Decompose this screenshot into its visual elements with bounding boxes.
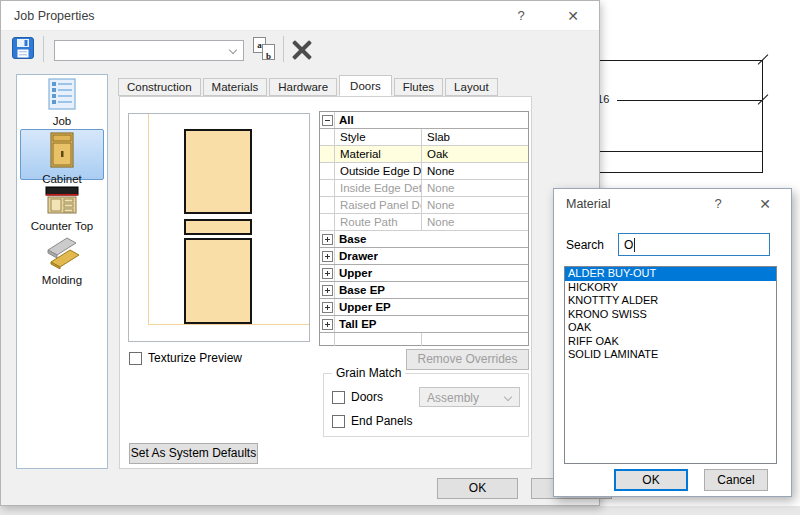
save-icon bbox=[11, 46, 35, 63]
group-row-upper-ep[interactable]: Upper EP bbox=[320, 299, 528, 316]
tab-doors[interactable]: Doors bbox=[339, 75, 392, 96]
material-list-item[interactable]: KRONO SWISS bbox=[565, 308, 776, 322]
grid-filler-row bbox=[320, 333, 528, 346]
dimension-line bbox=[617, 100, 763, 101]
texturize-preview-checkbox-row[interactable]: Texturize Preview bbox=[129, 351, 242, 365]
doors-checkbox[interactable] bbox=[332, 391, 345, 404]
material-list: ALDER BUY-OUT HICKORY KNOTTTY ALDER KRON… bbox=[564, 266, 777, 464]
sidebar-item-label: Cabinet bbox=[21, 173, 103, 185]
texturize-checkbox[interactable] bbox=[129, 352, 142, 365]
counter-top-icon bbox=[44, 201, 80, 218]
sidebar-item-cabinet[interactable]: Cabinet bbox=[20, 129, 104, 180]
toolbar: a b bbox=[1, 32, 599, 68]
material-list-item[interactable]: RIFF OAK bbox=[565, 335, 776, 349]
molding-icon bbox=[43, 255, 81, 272]
property-row-style[interactable]: Style Slab bbox=[320, 129, 528, 146]
delete-icon bbox=[290, 39, 314, 61]
group-row-base-ep[interactable]: Base EP bbox=[320, 282, 528, 299]
end-panels-checkbox[interactable] bbox=[332, 415, 345, 428]
job-icon bbox=[45, 96, 79, 113]
collapse-icon[interactable] bbox=[322, 115, 333, 126]
dimension-line bbox=[600, 60, 763, 61]
end-panels-checkbox-row[interactable]: End Panels bbox=[332, 414, 412, 428]
tab-hardware[interactable]: Hardware bbox=[269, 78, 337, 96]
preset-combo[interactable] bbox=[54, 40, 244, 61]
doors-label: Doors bbox=[351, 390, 383, 404]
close-button[interactable]: ✕ bbox=[554, 1, 592, 31]
preset-combo-value bbox=[55, 41, 243, 47]
material-list-item[interactable]: KNOTTTY ALDER bbox=[565, 294, 776, 308]
toolbar-separator bbox=[43, 36, 44, 62]
material-cancel-button[interactable]: Cancel bbox=[704, 469, 768, 491]
material-ok-button[interactable]: OK bbox=[614, 469, 688, 491]
assembly-combo: Assembly bbox=[419, 387, 520, 407]
rename-page-b: b bbox=[262, 44, 275, 60]
background-bottom-strip bbox=[0, 506, 800, 515]
sidebar-item-job[interactable]: Job bbox=[20, 78, 104, 124]
doors-checkbox-row[interactable]: Doors bbox=[332, 390, 383, 404]
tab-strip: Construction Materials Hardware Doors Fl… bbox=[118, 75, 500, 96]
category-sidebar: Job Cabinet bbox=[16, 74, 108, 469]
material-dialog: Material ? ✕ Search O ALDER BUY-OUT HICK… bbox=[553, 188, 792, 497]
group-row-base[interactable]: Base bbox=[320, 231, 528, 248]
material-list-item[interactable]: SOLID LAMINATE bbox=[565, 348, 776, 362]
search-label: Search bbox=[566, 238, 604, 252]
sidebar-item-counter-top[interactable]: Counter Top bbox=[20, 185, 104, 231]
expand-icon[interactable] bbox=[322, 285, 333, 296]
rename-button[interactable]: a b bbox=[253, 37, 283, 63]
search-value: O bbox=[624, 238, 633, 252]
material-help-button[interactable]: ? bbox=[704, 189, 732, 219]
sidebar-item-label: Job bbox=[20, 115, 104, 127]
property-row-route-path: Route Path None bbox=[320, 214, 528, 231]
tab-construction[interactable]: Construction bbox=[118, 78, 201, 96]
expand-icon[interactable] bbox=[322, 302, 333, 313]
remove-overrides-button: Remove Overrides bbox=[406, 349, 529, 370]
grain-match-group: Grain Match Doors Assembly End Panels bbox=[323, 373, 529, 437]
material-dialog-title: Material bbox=[566, 197, 610, 211]
material-list-item[interactable]: OAK bbox=[565, 321, 776, 335]
job-properties-titlebar[interactable]: Job Properties ? ✕ bbox=[1, 1, 599, 31]
cabinet-icon bbox=[48, 154, 76, 171]
group-row-drawer[interactable]: Drawer bbox=[320, 248, 528, 265]
chevron-down-icon bbox=[229, 46, 237, 54]
screen: /16 Job Properties ? ✕ bbox=[0, 0, 800, 515]
group-row-all[interactable]: All bbox=[320, 112, 528, 129]
door-preview-panel bbox=[128, 113, 310, 342]
expand-icon[interactable] bbox=[322, 319, 333, 330]
ok-button[interactable]: OK bbox=[437, 478, 518, 499]
grain-match-title: Grain Match bbox=[332, 366, 405, 380]
job-properties-dialog: Job Properties ? ✕ bbox=[0, 0, 600, 506]
material-list-item[interactable]: HICKORY bbox=[565, 281, 776, 295]
end-panels-label: End Panels bbox=[351, 414, 412, 428]
help-button[interactable]: ? bbox=[506, 1, 536, 31]
property-row-material[interactable]: Material Oak bbox=[320, 146, 528, 163]
expand-icon[interactable] bbox=[322, 251, 333, 262]
expand-icon[interactable] bbox=[322, 268, 333, 279]
dialog-title: Job Properties bbox=[14, 9, 95, 23]
group-row-tall-ep[interactable]: Tall EP bbox=[320, 316, 528, 333]
material-close-button[interactable]: ✕ bbox=[748, 189, 782, 219]
group-row-upper[interactable]: Upper bbox=[320, 265, 528, 282]
drawing-line-vertical bbox=[762, 60, 763, 173]
tab-layout[interactable]: Layout bbox=[445, 78, 498, 96]
sidebar-item-molding[interactable]: Molding bbox=[20, 235, 104, 283]
delete-button[interactable] bbox=[290, 39, 314, 61]
material-list-item[interactable]: ALDER BUY-OUT bbox=[565, 267, 776, 281]
door-property-grid: All Style Slab Material Oak Outside Edge… bbox=[319, 111, 529, 346]
toolbar-separator bbox=[283, 36, 284, 62]
tab-materials[interactable]: Materials bbox=[203, 78, 268, 96]
set-system-defaults-button[interactable]: Set As System Defaults bbox=[129, 443, 258, 464]
preview-guide-horizontal bbox=[148, 324, 309, 325]
texturize-label: Texturize Preview bbox=[148, 351, 242, 365]
tab-flutes[interactable]: Flutes bbox=[394, 78, 443, 96]
lower-door-preview bbox=[184, 238, 252, 324]
property-row-outside-edge[interactable]: Outside Edge Det None bbox=[320, 163, 528, 180]
material-titlebar[interactable]: Material ? ✕ bbox=[554, 189, 791, 219]
sidebar-item-label: Counter Top bbox=[20, 220, 104, 232]
material-search-input[interactable]: O bbox=[618, 233, 770, 256]
save-button[interactable] bbox=[11, 36, 35, 64]
drawing-line bbox=[600, 151, 763, 152]
expand-icon[interactable] bbox=[322, 234, 333, 245]
drawing-line bbox=[600, 172, 763, 173]
upper-door-preview bbox=[184, 129, 252, 214]
